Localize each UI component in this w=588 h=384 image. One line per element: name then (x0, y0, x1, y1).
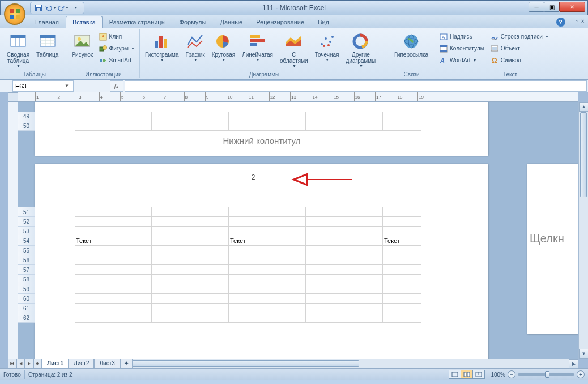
smartart-button[interactable]: SmartArt (96, 54, 137, 66)
cell[interactable] (306, 255, 344, 265)
cell[interactable] (113, 227, 152, 236)
formula-bar-input[interactable] (125, 80, 587, 92)
cell[interactable] (229, 284, 267, 294)
cell[interactable] (267, 255, 306, 265)
cell[interactable] (229, 294, 267, 304)
cell[interactable] (229, 313, 267, 323)
cell[interactable] (267, 217, 306, 227)
cell[interactable] (75, 246, 113, 255)
cell[interactable] (152, 275, 190, 284)
clipart-button[interactable]: Клип (96, 31, 137, 42)
scatter-chart-button[interactable]: Точечная▼ (312, 31, 342, 63)
sheet-nav-first[interactable]: ⏮ (8, 359, 16, 368)
horizontal-scrollbar[interactable]: ◀ ▶ (111, 359, 578, 368)
cell[interactable] (75, 227, 113, 236)
sheet-tab-1[interactable]: Лист1 (42, 359, 69, 368)
cell[interactable] (306, 236, 344, 246)
page-header-center[interactable]: 2 (35, 164, 488, 190)
cell[interactable] (190, 207, 229, 217)
view-normal-button[interactable] (449, 370, 461, 379)
zoom-in-button[interactable]: + (577, 370, 585, 378)
scroll-h-thumb[interactable] (121, 360, 359, 367)
cell[interactable] (306, 313, 344, 323)
row-header[interactable]: 53 (18, 227, 35, 236)
object-button[interactable]: Объект (488, 42, 551, 54)
cell[interactable] (267, 294, 306, 304)
cell[interactable] (152, 313, 190, 323)
name-box-dropdown-icon[interactable]: ▼ (63, 83, 71, 88)
scroll-up-button[interactable]: ▲ (579, 102, 588, 112)
cell[interactable] (190, 304, 229, 313)
zoom-out-button[interactable]: − (508, 370, 515, 378)
cell[interactable] (190, 313, 229, 323)
cell[interactable] (267, 284, 306, 294)
cell[interactable] (113, 304, 152, 313)
cell[interactable] (383, 246, 421, 255)
scroll-v-thumb[interactable] (580, 112, 587, 197)
column-chart-button[interactable]: Гистограмма▼ (142, 31, 182, 63)
cell[interactable] (113, 265, 152, 275)
cell[interactable] (344, 207, 383, 217)
save-button[interactable] (33, 2, 44, 14)
cell[interactable] (190, 284, 229, 294)
shapes-button[interactable]: Фигуры▼ (96, 42, 137, 54)
cell[interactable] (229, 275, 267, 284)
cell[interactable] (383, 217, 421, 227)
cell[interactable] (383, 313, 421, 323)
fx-icon[interactable]: fx (110, 80, 123, 92)
doc-close-icon[interactable]: × (581, 18, 585, 27)
cell[interactable] (190, 275, 229, 284)
cell[interactable] (229, 217, 267, 227)
headerfooter-button[interactable]: Колонтитулы (437, 42, 487, 54)
zoom-level[interactable]: 100% (491, 372, 505, 378)
sheet-tab-3[interactable]: Лист3 (94, 359, 120, 368)
row-header[interactable]: 59 (18, 284, 35, 294)
cell[interactable] (190, 217, 229, 227)
tab-home[interactable]: Главная (28, 16, 66, 28)
cell[interactable] (267, 304, 306, 313)
cell[interactable] (152, 246, 190, 255)
tab-pagelayout[interactable]: Разметка страницы (103, 16, 173, 28)
hyperlink-button[interactable]: Гиперссылка (391, 31, 431, 59)
row-header[interactable]: 61 (18, 304, 35, 313)
cell[interactable] (152, 265, 190, 275)
cell[interactable] (344, 313, 383, 323)
close-button[interactable]: ✕ (559, 2, 585, 12)
view-pagelayout-button[interactable] (461, 370, 473, 379)
row-header[interactable]: 62 (18, 313, 35, 323)
line-chart-button[interactable]: График▼ (183, 31, 208, 63)
cell[interactable] (75, 294, 113, 304)
cell[interactable] (190, 236, 229, 246)
picture-button[interactable]: Рисунок (70, 31, 95, 59)
cell[interactable] (267, 207, 306, 217)
cell[interactable] (306, 217, 344, 227)
scroll-right-button[interactable]: ▶ (569, 359, 578, 369)
cell[interactable] (229, 207, 267, 217)
cell[interactable] (344, 246, 383, 255)
cell[interactable] (267, 227, 306, 236)
qat-customize[interactable]: ▾ (70, 2, 82, 14)
cell[interactable] (113, 255, 152, 265)
tab-view[interactable]: Вид (311, 16, 336, 28)
cell[interactable] (306, 246, 344, 255)
cell[interactable] (344, 284, 383, 294)
zoom-slider-thumb[interactable] (545, 371, 549, 378)
sheet-area[interactable]: ABCDEFGHI 49 50 Нижний колонтитул 2 (18, 102, 578, 359)
cell[interactable] (229, 304, 267, 313)
table-button[interactable]: Таблица (33, 31, 61, 59)
cell[interactable] (113, 217, 152, 227)
sheet-nav-last[interactable]: ⏭ (33, 359, 42, 368)
cell[interactable]: Текст (229, 236, 267, 246)
cell[interactable] (75, 284, 113, 294)
cell[interactable] (344, 294, 383, 304)
row-header[interactable]: 56 (18, 255, 35, 265)
cell[interactable] (190, 255, 229, 265)
row-header[interactable]: 49 (18, 112, 35, 121)
row-header[interactable]: 55 (18, 246, 35, 255)
tab-insert[interactable]: Вставка (66, 16, 103, 28)
cell[interactable] (152, 227, 190, 236)
cell[interactable] (113, 275, 152, 284)
cell[interactable] (75, 255, 113, 265)
cell[interactable] (152, 236, 190, 246)
row-header[interactable]: 58 (18, 275, 35, 284)
